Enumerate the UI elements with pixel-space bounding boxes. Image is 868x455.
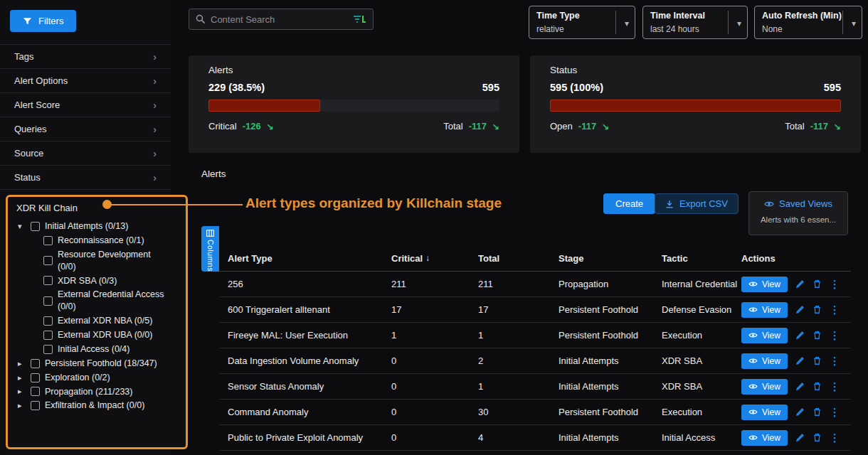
header-tactic[interactable]: Tactic: [662, 253, 741, 264]
footer-right: Total -117 ↘: [785, 121, 841, 132]
edit-icon[interactable]: [795, 331, 805, 340]
more-options-icon[interactable]: ⋮: [830, 304, 840, 315]
checkbox[interactable]: [43, 331, 53, 340]
more-options-icon[interactable]: ⋮: [830, 381, 840, 392]
view-button[interactable]: View: [741, 379, 788, 395]
edit-icon[interactable]: [795, 356, 805, 365]
filters-button[interactable]: Filters: [10, 10, 76, 32]
checkbox[interactable]: [43, 236, 53, 245]
xdr-alerts-dashboard: Filters Tags › Alert Options › Alert Sco…: [0, 0, 868, 455]
header-total[interactable]: Total: [478, 253, 559, 264]
checkbox[interactable]: [31, 222, 40, 231]
more-options-icon[interactable]: ⋮: [830, 279, 840, 289]
tree-collapse-icon[interactable]: ▸: [18, 401, 26, 410]
create-button[interactable]: Create: [603, 193, 655, 214]
edit-icon[interactable]: [795, 382, 805, 391]
columns-button[interactable]: Columns: [201, 226, 219, 272]
tree-collapse-icon[interactable]: ▸: [18, 359, 26, 368]
delete-icon[interactable]: [813, 382, 822, 391]
cell-actions: View ⋮: [741, 277, 851, 292]
delete-icon[interactable]: [813, 433, 822, 442]
delete-icon[interactable]: [813, 407, 822, 417]
cell-total: 2: [478, 355, 559, 366]
tree-item[interactable]: External XDR UBA (0/0): [8, 329, 186, 341]
sidebar-item[interactable]: Queries ›: [0, 117, 171, 141]
cell-critical: 211: [391, 279, 478, 289]
card-values: 229 (38.5%) 595: [208, 82, 499, 93]
view-button-label: View: [762, 279, 780, 289]
time-type-dropdown[interactable]: Time Type relative ▾: [529, 6, 635, 39]
eye-icon: [748, 281, 758, 287]
tree-item[interactable]: Initial Access (0/4): [8, 343, 186, 355]
checkbox[interactable]: [43, 276, 53, 285]
edit-icon[interactable]: [795, 433, 805, 442]
tree-item[interactable]: ▸ Exfiltration & Impact (0/0): [8, 400, 186, 412]
view-button[interactable]: View: [741, 277, 788, 292]
tree-item[interactable]: XDR SBA (0/3): [8, 275, 186, 287]
more-options-icon[interactable]: ⋮: [830, 355, 840, 366]
sidebar-item[interactable]: Source ›: [0, 141, 171, 166]
more-options-icon[interactable]: ⋮: [830, 407, 840, 417]
header-alert-type[interactable]: Alert Type: [228, 253, 391, 264]
tree-item[interactable]: Resource Development (0/0): [8, 249, 186, 273]
cell-tactic: Defense Evasion: [662, 304, 741, 315]
tree-item[interactable]: External Credential Access (0/0): [8, 289, 186, 313]
checkbox[interactable]: [43, 316, 53, 326]
sidebar-item[interactable]: Alert Score ›: [0, 93, 171, 117]
sidebar-item[interactable]: Tags ›: [0, 45, 171, 69]
cell-tactic: Initial Access: [662, 432, 741, 443]
eye-icon: [748, 358, 758, 364]
checkbox[interactable]: [31, 359, 40, 368]
tree-collapse-icon[interactable]: ▸: [18, 373, 26, 382]
auto-refresh-dropdown[interactable]: Auto Refresh (Min) None ▾: [754, 6, 862, 39]
time-interval-dropdown[interactable]: Time Interval last 24 hours ▾: [642, 6, 748, 39]
tree-item[interactable]: External XDR NBA (0/5): [8, 315, 186, 327]
chevron-right-icon: ›: [153, 148, 157, 159]
cell-actions: View ⋮: [741, 430, 851, 446]
sidebar-item[interactable]: Status ›: [0, 166, 171, 190]
checkbox[interactable]: [43, 296, 53, 306]
cell-tactic: XDR SBA: [662, 355, 741, 366]
view-button[interactable]: View: [741, 302, 788, 318]
more-options-icon[interactable]: ⋮: [830, 432, 840, 443]
tree-item[interactable]: ▸ Exploration (0/2): [8, 372, 186, 384]
checkbox[interactable]: [31, 387, 40, 396]
checkbox[interactable]: [31, 401, 40, 410]
delete-icon[interactable]: [813, 356, 822, 365]
alerts-section-title: Alerts: [201, 168, 226, 179]
checkbox[interactable]: [31, 373, 40, 382]
edit-icon[interactable]: [795, 305, 805, 314]
search-input[interactable]: [211, 14, 347, 25]
header-stage[interactable]: Stage: [559, 253, 662, 264]
delete-icon[interactable]: [813, 331, 822, 340]
edit-icon[interactable]: [795, 407, 805, 417]
tree-collapse-icon[interactable]: ▸: [18, 387, 26, 396]
tree-item[interactable]: ▸ Propagation (211/233): [8, 386, 186, 398]
view-button[interactable]: View: [741, 328, 788, 343]
sidebar-item[interactable]: Alert Options ›: [0, 69, 171, 93]
tree-expand-icon[interactable]: ▾: [18, 222, 26, 231]
card-values: 595 (100%) 595: [550, 82, 841, 93]
view-button-label: View: [762, 331, 780, 341]
search-filter-icon[interactable]: [352, 14, 366, 24]
tree-item-label: Exfiltration & Impact (0/0): [45, 400, 144, 412]
tree-item-label: External XDR UBA (0/0): [58, 329, 152, 341]
cell-critical: 1: [391, 330, 478, 341]
tree-item[interactable]: ▸ Persistent Foothold (18/347): [8, 358, 186, 370]
delete-icon[interactable]: [813, 279, 822, 289]
more-options-icon[interactable]: ⋮: [830, 330, 840, 341]
saved-views-card[interactable]: Saved Views Alerts with 6 essen...: [748, 191, 848, 235]
checkbox[interactable]: [43, 256, 53, 265]
checkbox[interactable]: [43, 345, 53, 354]
cell-total: 1: [478, 381, 559, 392]
view-button[interactable]: View: [741, 430, 788, 446]
edit-icon[interactable]: [795, 279, 805, 289]
export-csv-button[interactable]: Export CSV: [655, 193, 739, 214]
tree-item[interactable]: ▾ Initial Attempts (0/13): [8, 220, 186, 232]
delete-icon[interactable]: [813, 305, 822, 314]
header-critical[interactable]: Critical ↓: [391, 253, 478, 264]
cell-actions: View ⋮: [741, 379, 851, 395]
tree-item[interactable]: Reconnaissance (0/1): [8, 235, 186, 247]
view-button[interactable]: View: [741, 405, 788, 420]
view-button[interactable]: View: [741, 353, 788, 369]
